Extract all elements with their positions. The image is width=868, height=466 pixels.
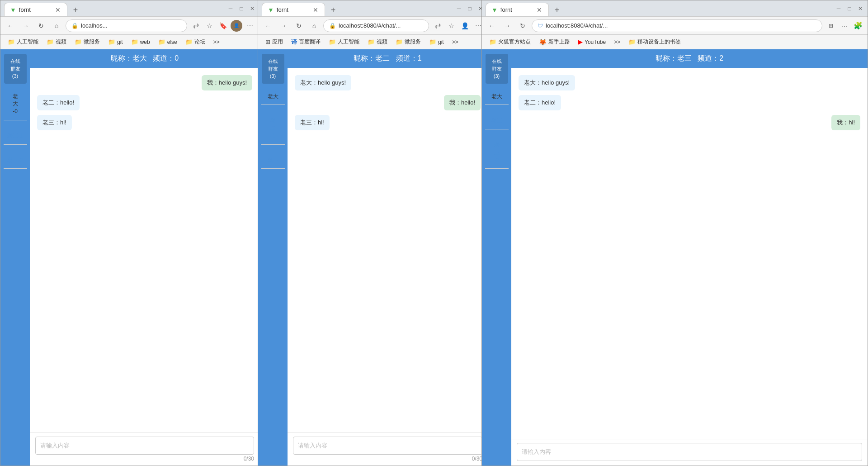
user-label-laoda-2: 老大 (268, 93, 278, 100)
minimize-btn-3[interactable]: ─ (835, 5, 842, 12)
tab-icon-1: ▼ (10, 6, 16, 14)
star-icon-1[interactable]: ☆ (203, 20, 215, 32)
profile-icon-1[interactable]: 👤 (231, 20, 242, 32)
refresh-btn-3[interactable]: ↻ (516, 19, 529, 32)
chat-content-3: 昵称：老三 频道：2 老大：hello guys! 老二：hello! 我：hi… (511, 49, 868, 466)
folder-icon: 📁 (158, 38, 165, 45)
home-btn-1[interactable]: ⌂ (50, 19, 63, 32)
maximize-btn-1[interactable]: □ (238, 5, 245, 12)
chat-input-field-1[interactable]: 请输入内容 (35, 437, 254, 455)
message-recv-2b: 老三：hi! (295, 115, 330, 130)
qr-icon-3[interactable]: ⊞ (825, 20, 837, 32)
bookmark-firefox-3[interactable]: 📁 火狐官方站点 (486, 37, 534, 47)
bookmark-video-2[interactable]: 📁 视频 (364, 37, 391, 47)
folder-icon: 📁 (131, 38, 138, 45)
sidebar-user-laoda-3[interactable]: 老大 (482, 91, 511, 102)
bookmark-web-1[interactable]: 📁 web (127, 37, 154, 47)
forward-btn-2[interactable]: → (277, 19, 290, 32)
forward-btn-3[interactable]: → (501, 19, 514, 32)
bookmark-git-1[interactable]: 📁 git (104, 37, 127, 47)
new-tab-btn-2[interactable]: + (327, 4, 340, 16)
bookmark-forum-1[interactable]: 📁 论坛 (182, 37, 209, 47)
maximize-btn-3[interactable]: □ (846, 5, 853, 12)
tab-1[interactable]: ▼ fornt ✕ (4, 3, 67, 16)
bookmark-more-2[interactable]: >> (448, 38, 462, 47)
bookmark-apps-2[interactable]: ⊞ 应用 (262, 37, 287, 47)
bookmark-youtube-3[interactable]: ▶ YouTube (575, 37, 609, 47)
minimize-btn-2[interactable]: ─ (455, 5, 462, 12)
address-input-3[interactable]: 🛡 localhost:8080/#/chat/... (532, 19, 822, 32)
sidebar-2: 在线群友(3) 老大 老二-1 老三 (258, 49, 288, 466)
sidebar-3: 在线群友(3) 老大 老二 老三-2 (482, 49, 511, 466)
shield-icon-3: 🛡 (538, 23, 543, 29)
tab-close-3[interactable]: ✕ (536, 6, 543, 14)
bookmark-mobile-3[interactable]: 📁 移动设备上的书签 (625, 37, 684, 47)
star-icon-2[interactable]: ☆ (445, 20, 457, 32)
chat-input-field-3[interactable]: 请输入内容 (517, 443, 862, 461)
home-btn-2[interactable]: ⌂ (308, 19, 321, 32)
tab-3[interactable]: ▼ fornt ✕ (486, 3, 549, 16)
refresh-btn-2[interactable]: ↻ (292, 19, 305, 32)
address-input-2[interactable]: 🔒 localhost:8080/#/chat/... (323, 19, 429, 32)
maximize-btn-2[interactable]: □ (466, 5, 473, 12)
bookmark-ai-1[interactable]: 📁 人工智能 (4, 37, 42, 47)
sidebar-user-laosan-2[interactable]: 老三 (258, 155, 288, 166)
bookmark-newuser-3[interactable]: 🦊 新手上路 (535, 37, 574, 47)
folder-icon-3a: 📁 (489, 38, 496, 45)
tab-2[interactable]: ▼ fornt ✕ (262, 3, 325, 16)
new-tab-btn-1[interactable]: + (69, 4, 82, 16)
window-controls-2: ─ □ ✕ (455, 5, 484, 12)
back-btn-2[interactable]: ← (262, 19, 274, 32)
bookmark-git-2[interactable]: 📁 git (425, 37, 448, 47)
minimize-btn-1[interactable]: ─ (227, 5, 234, 12)
bookmark-more-icon-3[interactable]: >> (610, 38, 624, 47)
back-btn-1[interactable]: ← (4, 19, 17, 32)
sidebar-online-btn-1[interactable]: 在线群友(3) (4, 54, 27, 84)
bookmark-label: else (167, 39, 177, 45)
new-tab-btn-3[interactable]: + (551, 4, 563, 16)
sidebar-user-laoda-1[interactable]: 老大-0 (0, 91, 30, 117)
forward-btn-1[interactable]: → (19, 19, 32, 32)
person-icon-2[interactable]: 👤 (459, 20, 471, 32)
sidebar-user-laoda-2[interactable]: 老大 (258, 91, 288, 102)
chat-messages-1[interactable]: 我：hello guys! 老二：hello! 老三：hi! (30, 68, 259, 433)
address-input-1[interactable]: 🔒 localhos... (66, 19, 187, 32)
sidebar-user-laosan-3[interactable]: 老三-2 (482, 139, 511, 166)
sidebar-user-laosan-1[interactable]: 老三-2 (0, 155, 30, 166)
bookmark-icon-1[interactable]: 🔖 (217, 20, 229, 32)
bookmark-label: 移动设备上的书签 (637, 38, 681, 46)
chat-messages-2[interactable]: 老大：hello guys! 我：hello! 老三：hi! (288, 68, 488, 433)
bookmark-video-1[interactable]: 📁 视频 (43, 37, 70, 47)
tab-title-2: fornt (277, 6, 309, 13)
bookmark-ai-2[interactable]: 📁 人工智能 (325, 37, 363, 47)
sidebar-user-laoer-2[interactable]: 老二-1 (258, 115, 288, 141)
bookmark-else-1[interactable]: 📁 else (155, 37, 181, 47)
address-icons-1: ⇄ ☆ 🔖 👤 ⋯ (190, 20, 256, 32)
sidebar-online-btn-3[interactable]: 在线群友(3) (486, 54, 508, 84)
sidebar-user-laoer-3[interactable]: 老二 (482, 115, 511, 126)
browser-window-2: ▼ fornt ✕ + ─ □ ✕ ← → ↻ ⌂ 🔒 localhost:80… (258, 0, 488, 466)
header-text-3: 昵称：老三 频道：2 (656, 54, 723, 62)
sidebar-user-laoer-1[interactable]: 老二-1 (0, 130, 30, 142)
bookmark-microservice-2[interactable]: 📁 微服务 (392, 37, 425, 47)
bookmark-microservice-1[interactable]: 📁 微服务 (71, 37, 104, 47)
back-btn-3[interactable]: ← (486, 19, 498, 32)
close-btn-3[interactable]: ✕ (857, 5, 864, 12)
bookmark-baidu-2[interactable]: 译 百度翻译 (288, 37, 324, 48)
chat-input-field-2[interactable]: 请输入内容 (293, 437, 482, 455)
translate-icon-2[interactable]: ⇄ (432, 20, 443, 32)
menu-btn-1[interactable]: ⋯ (244, 20, 256, 32)
folder-icon-3b: 📁 (628, 38, 636, 45)
tab-close-1[interactable]: ✕ (54, 6, 61, 14)
extensions-icon-3[interactable]: 🧩 (852, 20, 864, 32)
sidebar-online-btn-2[interactable]: 在线群友(3) (262, 54, 284, 84)
chat-messages-3[interactable]: 老大：hello guys! 老二：hello! 我：hi! (511, 68, 868, 439)
address-bar-1: ← → ↻ ⌂ 🔒 localhos... ⇄ ☆ 🔖 👤 ⋯ (0, 17, 259, 35)
refresh-btn-1[interactable]: ↻ (35, 19, 47, 32)
more-dots-3[interactable]: ··· (839, 20, 850, 32)
close-btn-1[interactable]: ✕ (249, 5, 256, 12)
bookmark-more-1[interactable]: >> (210, 38, 223, 47)
translate-icon-1[interactable]: ⇄ (190, 20, 202, 32)
tab-title-3: fornt (500, 6, 533, 13)
tab-close-2[interactable]: ✕ (312, 6, 319, 14)
